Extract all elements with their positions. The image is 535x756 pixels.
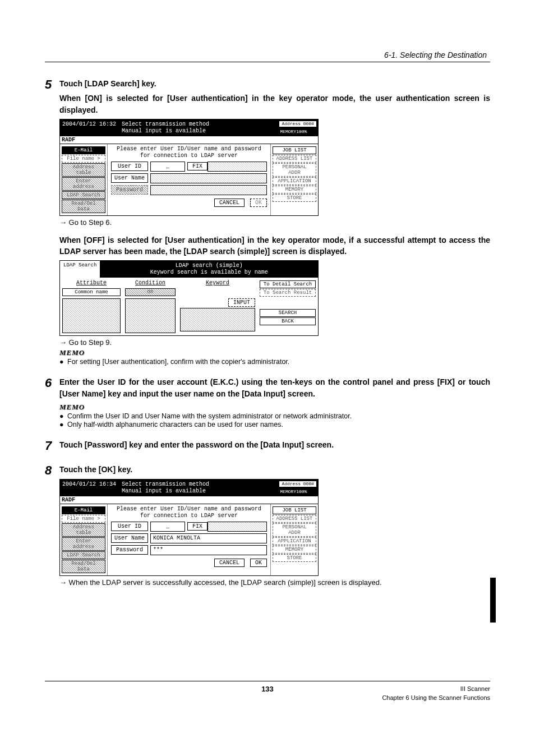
scr2-col-keyword: Keyword [180,280,255,286]
scr2-title-line2: Keyword search is available by name [103,269,315,276]
step5-goto-9: → Go to Step 9. [59,338,490,347]
scr1-address-value: 000# [303,121,314,126]
scr1-memory: MEMORY100% [278,128,317,135]
scr2-col-attribute: Attribute [62,280,121,286]
scr3-memory: MEMORY100% [278,488,317,495]
scr2-col-condition: Condition [125,280,176,286]
step5-memo-label: MEMO [59,348,490,357]
scr1-userid-input[interactable]: _ [150,162,185,172]
bullet-dot-icon: ● [59,358,67,366]
step5-para-on: When [ON] is selected for [User authenti… [59,93,490,116]
scr3-userid-input[interactable]: _ [150,522,185,532]
scr1-right-application[interactable]: APPLICATION [273,177,316,185]
scr3-msg-line1: Please enter User ID/User name and passw… [111,506,267,513]
scr3-radf: RADF [60,496,107,504]
scr1-left-filename[interactable]: File name > [62,155,105,163]
screenshot-user-auth-filled: 2004/01/12 16:34 Select transmission met… [59,479,319,576]
scr3-left-enter-address[interactable]: Enter address [62,537,105,551]
scr1-tab-email[interactable]: E-Mail [62,146,105,154]
scr3-right-joblist[interactable]: JOB LIST [273,506,316,514]
scr1-title-line2: Manual input is available [122,128,274,135]
scr1-password-label[interactable]: Password [111,185,148,195]
bullet-dot-icon: ● [59,412,67,420]
scr3-username-input[interactable]: KONICA MINOLTA [150,533,267,543]
step6-memo1: Confirm the User ID and User Name with t… [67,412,352,420]
scr1-timestamp: 2004/01/12 16:32 [60,119,118,136]
scr2-back-button[interactable]: BACK [260,317,316,325]
step8-title: Touch the [OK] key. [59,464,490,475]
scr3-left-address-table[interactable]: Address table [62,523,105,537]
scr3-password-input[interactable]: *** [150,545,267,555]
scr2-title-line1: LDAP search (simple) [103,262,315,269]
scr1-ok-button[interactable]: OK [250,199,267,207]
scr3-title-line2: Manual input is available [122,488,274,495]
step6-title: Enter the User ID for the user account (… [59,376,490,399]
step5-para-off: When [OFF] is selected for [User authent… [59,234,490,257]
scr1-right-personal[interactable]: PERSONAL ADDR [273,163,316,177]
step7-number: 7 [45,439,59,453]
scr1-userid-label[interactable]: User ID [111,162,148,171]
scr3-cancel-button[interactable]: CANCEL [214,559,245,567]
scr1-username-label[interactable]: User Name [111,173,148,183]
step6-memo2: Only half-width alphanumeric characters … [67,421,283,428]
scr3-userid-label[interactable]: User ID [111,522,148,531]
scr1-password-input[interactable] [150,185,267,195]
scr1-left-enter-address[interactable]: Enter address [62,177,105,191]
scr2-detail-search-button[interactable]: To Detail Search [260,280,316,288]
step6-memo-label: MEMO [59,403,490,412]
scr1-msg-line2: for connection to LDAP server [111,153,267,159]
scr2-search-result-button[interactable]: To Search Result [260,289,316,297]
footer-rule [45,681,490,681]
scr3-right-personal[interactable]: PERSONAL ADDR [273,523,316,537]
scr2-common-name[interactable]: Common name [62,288,121,296]
scr1-left-address-table[interactable]: Address table [62,163,105,177]
scr1-radf: RADF [60,136,107,144]
scr3-right-store[interactable]: STORE [273,554,316,562]
step5-title: Touch [LDAP Search] key. [59,78,490,89]
scr3-right-addrlist[interactable]: ADDRESS LIST [273,515,316,523]
scr2-input-button[interactable]: INPUT [228,298,255,307]
scr3-username-label[interactable]: User Name [111,533,148,543]
scr2-corner: LDAP Search [60,261,100,278]
scr2-or-button[interactable]: OR [125,288,176,296]
scr3-timestamp: 2004/01/12 16:34 [60,480,118,496]
scr1-right-joblist[interactable]: JOB LIST [273,146,316,154]
scr3-left-read-del[interactable]: Read/Del Data [62,560,105,573]
scr1-right-memory[interactable]: MEMORY [273,186,316,193]
side-tab-marker [490,578,496,623]
step5-number: 5 [45,78,59,91]
header-section: 6-1. Selecting the Destination [45,50,490,59]
footer-page-number: 133 [156,685,379,693]
scr1-left-ldap-search[interactable]: LDAP Search [62,191,105,199]
scr3-msg-line2: for connection to LDAP server [111,513,267,519]
scr3-ok-button[interactable]: OK [250,559,267,567]
scr3-left-ldap-search[interactable]: LDAP Search [62,551,105,559]
screenshot-user-auth: 2004/01/12 16:32 Select transmission met… [59,119,319,216]
scr1-fix-button[interactable]: FIX [187,162,207,170]
scr1-address-label: Address [282,121,301,126]
scr1-cancel-button[interactable]: CANCEL [214,199,245,207]
footer-right-line2: Chapter 6 Using the Scanner Functions [379,694,491,702]
scr3-address-label: Address [282,481,301,486]
header-rule [45,62,490,62]
step5-goto-6: → Go to Step 6. [59,218,490,227]
scr3-tab-email[interactable]: E-Mail [62,506,105,514]
scr1-username-input[interactable] [150,173,267,183]
scr3-address-value: 000# [303,481,314,486]
scr3-password-label[interactable]: Password [111,545,148,555]
step8-goto: → When the LDAP server is successfully a… [68,578,490,587]
step7-title: Touch [Password] key and enter the passw… [59,439,490,450]
scr3-right-memory[interactable]: MEMORY [273,546,316,554]
scr3-right-application[interactable]: APPLICATION [273,537,316,545]
scr1-title-line1: Select transmission method [122,121,274,128]
scr3-fix-button[interactable]: FIX [187,522,207,531]
scr1-right-addrlist[interactable]: ADDRESS LIST [273,155,316,163]
bullet-dot-icon: ● [59,421,67,428]
scr2-search-button[interactable]: SEARCH [260,309,316,317]
step5-memo1: For setting [User authentication], confi… [67,358,289,366]
footer-right-line1: III Scanner [379,685,491,693]
scr3-left-filename[interactable]: File name > [62,515,105,523]
step8-number: 8 [45,464,59,477]
scr1-left-read-del[interactable]: Read/Del Data [62,200,105,213]
scr1-right-store[interactable]: STORE [273,194,316,202]
